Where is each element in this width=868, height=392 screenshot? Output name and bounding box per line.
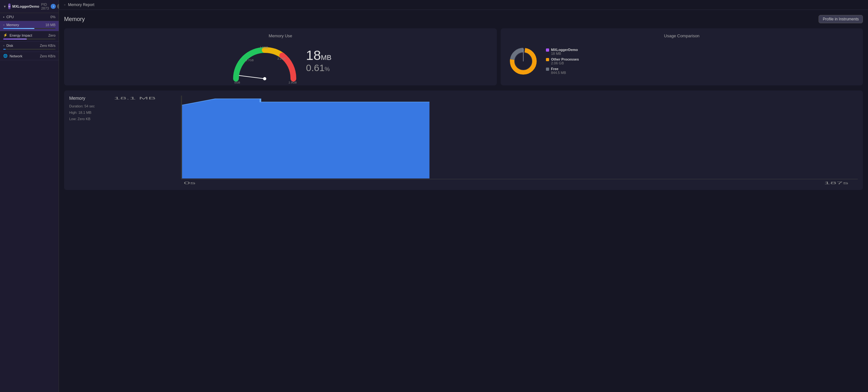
- memory-progress-fill: [3, 28, 34, 29]
- main-header: ▫ Memory Report: [59, 0, 868, 10]
- cpu-value: 0%: [51, 15, 56, 19]
- energy-row: ⚡ Energy Impact Zero: [3, 33, 56, 37]
- chart-high: High: 18.1 MB: [69, 110, 107, 116]
- gauge-percent-unit: %: [324, 66, 330, 72]
- donut-card-title: Usage Comparison: [506, 33, 858, 38]
- usage-comparison-card: Usage Comparison: [501, 28, 863, 86]
- legend-name-mxlogger: MXLoggerDemo: [551, 48, 578, 52]
- svg-line-0: [239, 75, 265, 79]
- cards-row: Memory Use: [64, 28, 863, 86]
- legend-color-mxlogger: [546, 48, 549, 52]
- donut-legend: MXLoggerDemo 18 MB Other Processes 2.06 …: [546, 48, 579, 74]
- report-title: Memory Report: [68, 3, 94, 7]
- legend-text-other: Other Processes 2.06 GB: [551, 57, 579, 65]
- main-content: Memory Profile in Instruments Memory Use: [59, 10, 868, 392]
- sidebar-item-network[interactable]: 🌐 Network Zero KB/s: [0, 52, 59, 60]
- main-panel: ▫ Memory Report Memory Profile in Instru…: [59, 0, 868, 392]
- network-label: Network: [9, 54, 22, 58]
- disk-left: ▫ Disk: [3, 44, 13, 47]
- memory-use-card: Memory Use: [64, 28, 497, 86]
- svg-text:0GB: 0GB: [235, 81, 240, 84]
- chart-info: Memory Duration: 54 sec High: 18.1 MB Lo…: [69, 96, 107, 185]
- svg-text:1.5GB: 1.5GB: [260, 46, 268, 49]
- profile-instruments-button[interactable]: Profile in Instruments: [818, 15, 863, 23]
- app-header: ▼ M MXLoggerDemo PID 2873 i ●: [0, 0, 59, 13]
- sidebar: ▼ M MXLoggerDemo PID 2873 i ● ▪ CPU 0% ▫…: [0, 0, 59, 392]
- legend-val-other: 2.06 GB: [551, 61, 579, 65]
- donut-container: [506, 44, 541, 79]
- legend-item-free: Free 844.5 MB: [546, 67, 579, 74]
- gauge-number: 18: [306, 48, 321, 63]
- energy-progress-bar: [3, 39, 56, 39]
- energy-progress-fill: [3, 39, 27, 39]
- sidebar-item-cpu[interactable]: ▪ CPU 0%: [0, 13, 59, 21]
- legend-color-free: [546, 68, 549, 71]
- energy-label: Energy Impact: [9, 33, 32, 37]
- disk-value: Zero KB/s: [40, 44, 56, 47]
- disk-label: Disk: [6, 44, 13, 47]
- network-left: 🌐 Network: [3, 54, 22, 58]
- donut-body: MXLoggerDemo 18 MB Other Processes 2.06 …: [506, 42, 858, 80]
- svg-text:0.7GB: 0.7GB: [246, 59, 254, 62]
- network-value: Zero KB/s: [40, 54, 56, 58]
- disk-row: ▫ Disk Zero KB/s: [3, 44, 56, 47]
- legend-name-free: Free: [551, 67, 566, 71]
- svg-point-1: [263, 77, 266, 80]
- disk-icon: ▫: [3, 44, 4, 47]
- energy-value: Zero: [48, 33, 56, 37]
- network-icon: 🌐: [3, 54, 8, 58]
- gauge-card-title: Memory Use: [269, 33, 292, 38]
- network-row: 🌐 Network Zero KB/s: [3, 54, 56, 58]
- report-icon: ▫: [64, 3, 65, 7]
- memory-icon: ▫: [3, 23, 4, 27]
- memory-chart-svg: 18.1 MB 0s 187s: [114, 96, 858, 185]
- info-button[interactable]: i: [51, 4, 56, 9]
- gauge-reading: 18MB 0.61%: [306, 49, 332, 74]
- gauge-unit: MB: [321, 54, 331, 62]
- donut-svg: [506, 44, 541, 79]
- chart-card: Memory Duration: 54 sec High: 18.1 MB Lo…: [64, 91, 863, 190]
- chart-duration: Duration: 54 sec: [69, 103, 107, 110]
- sidebar-item-disk[interactable]: ▫ Disk Zero KB/s: [0, 42, 59, 52]
- legend-item-other: Other Processes 2.06 GB: [546, 57, 579, 65]
- sidebar-item-memory[interactable]: ▫ Memory 18 MB: [0, 21, 59, 31]
- app-name: MXLoggerDemo: [12, 4, 39, 8]
- memory-left: ▫ Memory: [3, 23, 19, 27]
- sidebar-item-energy[interactable]: ⚡ Energy Impact Zero: [0, 31, 59, 42]
- chart-x-start: 0s: [184, 181, 195, 185]
- memory-label: Memory: [6, 23, 19, 27]
- legend-val-free: 844.5 MB: [551, 71, 566, 74]
- svg-text:2.9GB: 2.9GB: [288, 81, 297, 84]
- gauge-percent-num: 0.61: [306, 62, 324, 73]
- memory-page-title: Memory: [64, 16, 85, 23]
- legend-text-free: Free 844.5 MB: [551, 67, 566, 74]
- cpu-icon: ▪: [3, 15, 4, 19]
- legend-val-mxlogger: 18 MB: [551, 52, 578, 56]
- legend-name-other: Other Processes: [551, 57, 579, 61]
- chart-title: Memory: [69, 96, 107, 101]
- app-pid: PID 2873: [41, 3, 49, 10]
- energy-icon: ⚡: [3, 33, 8, 37]
- memory-row: ▫ Memory 18 MB: [3, 23, 56, 27]
- chart-fill: [181, 99, 430, 178]
- cpu-row: ▪ CPU 0%: [3, 15, 56, 19]
- chart-details: Duration: 54 sec High: 18.1 MB Low: Zero…: [69, 103, 107, 122]
- svg-text:2.2GB: 2.2GB: [277, 57, 286, 60]
- gauge-mb-value: 18MB: [306, 49, 332, 62]
- gauge-svg: 0GB 0.7GB 1.5GB 2.2GB 2.9GB: [229, 42, 300, 84]
- memory-progress-bar: [3, 28, 56, 29]
- legend-text-mxlogger: MXLoggerDemo 18 MB: [551, 48, 578, 56]
- legend-item-mxlogger: MXLoggerDemo 18 MB: [546, 48, 579, 56]
- cpu-label: CPU: [6, 15, 14, 19]
- gauge-percent-value: 0.61%: [306, 62, 332, 74]
- chart-x-end: 187s: [824, 181, 848, 185]
- energy-left: ⚡ Energy Impact: [3, 33, 32, 37]
- memory-value: 18 MB: [45, 23, 56, 27]
- disk-progress-bar: [3, 49, 56, 50]
- legend-color-other: [546, 58, 549, 61]
- collapse-arrow[interactable]: ▼: [3, 5, 6, 8]
- memory-title-row: Memory Profile in Instruments: [64, 15, 863, 23]
- chart-y-label: 18.1 MB: [114, 97, 156, 100]
- chart-low: Low: Zero KB: [69, 116, 107, 122]
- disk-progress-fill: [3, 49, 6, 50]
